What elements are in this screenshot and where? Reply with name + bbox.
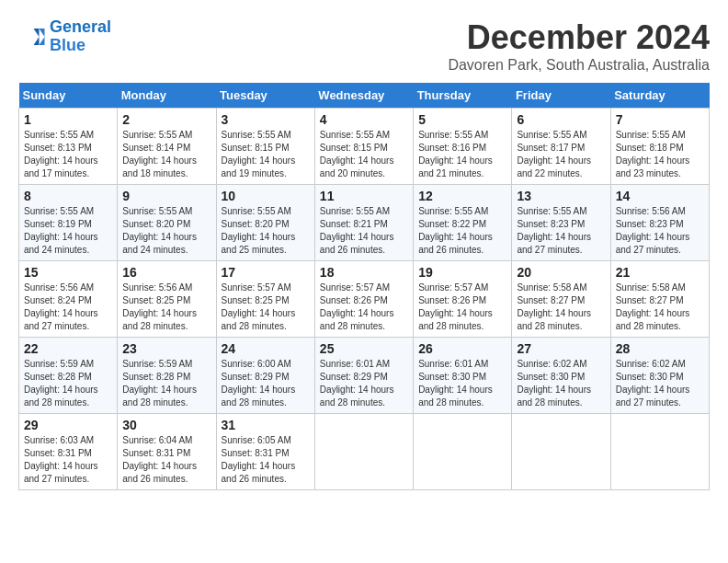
table-row: 16Sunrise: 5:56 AMSunset: 8:25 PMDayligh… — [118, 261, 216, 338]
table-row: 5Sunrise: 5:55 AMSunset: 8:16 PMDaylight… — [414, 109, 512, 185]
col-sunday: Sunday — [19, 83, 118, 109]
logo-line1: General — [50, 17, 111, 36]
table-row: 27Sunrise: 6:02 AMSunset: 8:30 PMDayligh… — [512, 338, 610, 414]
table-row: 1Sunrise: 5:55 AMSunset: 8:13 PMDaylight… — [19, 109, 118, 185]
col-wednesday: Wednesday — [314, 83, 413, 109]
table-row: 8Sunrise: 5:55 AMSunset: 8:19 PMDaylight… — [19, 185, 118, 261]
page-header: General Blue December 2024 Davoren Park,… — [18, 18, 710, 74]
table-row — [512, 414, 610, 490]
table-row: 17Sunrise: 5:57 AMSunset: 8:25 PMDayligh… — [216, 261, 314, 338]
col-thursday: Thursday — [414, 83, 512, 109]
svg-marker-1 — [34, 29, 40, 45]
table-row: 6Sunrise: 5:55 AMSunset: 8:17 PMDaylight… — [512, 109, 610, 185]
table-row: 9Sunrise: 5:55 AMSunset: 8:20 PMDaylight… — [118, 185, 216, 261]
table-row: 12Sunrise: 5:55 AMSunset: 8:22 PMDayligh… — [414, 185, 512, 261]
table-row — [314, 414, 413, 490]
table-row — [414, 414, 512, 490]
table-row: 20Sunrise: 5:58 AMSunset: 8:27 PMDayligh… — [512, 261, 610, 338]
table-row: 26Sunrise: 6:01 AMSunset: 8:30 PMDayligh… — [414, 338, 512, 414]
col-saturday: Saturday — [610, 83, 709, 109]
location-subtitle: Davoren Park, South Australia, Australia — [448, 57, 710, 74]
col-monday: Monday — [118, 83, 216, 109]
table-row: 13Sunrise: 5:55 AMSunset: 8:23 PMDayligh… — [512, 185, 610, 261]
table-row: 28Sunrise: 6:02 AMSunset: 8:30 PMDayligh… — [610, 338, 709, 414]
table-row: 25Sunrise: 6:01 AMSunset: 8:29 PMDayligh… — [314, 338, 413, 414]
table-row: 15Sunrise: 5:56 AMSunset: 8:24 PMDayligh… — [19, 261, 118, 338]
logo-icon — [18, 23, 46, 51]
table-row: 30Sunrise: 6:04 AMSunset: 8:31 PMDayligh… — [118, 414, 216, 490]
table-row: 18Sunrise: 5:57 AMSunset: 8:26 PMDayligh… — [314, 261, 413, 338]
header-row: Sunday Monday Tuesday Wednesday Thursday… — [19, 83, 710, 109]
table-row: 24Sunrise: 6:00 AMSunset: 8:29 PMDayligh… — [216, 338, 314, 414]
table-row: 22Sunrise: 5:59 AMSunset: 8:28 PMDayligh… — [19, 338, 118, 414]
logo-line2: Blue — [50, 36, 85, 54]
table-row: 19Sunrise: 5:57 AMSunset: 8:26 PMDayligh… — [414, 261, 512, 338]
table-row: 21Sunrise: 5:58 AMSunset: 8:27 PMDayligh… — [610, 261, 709, 338]
logo: General Blue — [18, 18, 111, 55]
month-title: December 2024 — [448, 18, 710, 57]
table-row: 14Sunrise: 5:56 AMSunset: 8:23 PMDayligh… — [610, 185, 709, 261]
calendar-table: Sunday Monday Tuesday Wednesday Thursday… — [18, 83, 710, 490]
table-row: 10Sunrise: 5:55 AMSunset: 8:20 PMDayligh… — [216, 185, 314, 261]
col-friday: Friday — [512, 83, 610, 109]
table-row: 29Sunrise: 6:03 AMSunset: 8:31 PMDayligh… — [19, 414, 118, 490]
table-row: 7Sunrise: 5:55 AMSunset: 8:18 PMDaylight… — [610, 109, 709, 185]
svg-marker-0 — [40, 29, 45, 45]
table-row: 31Sunrise: 6:05 AMSunset: 8:31 PMDayligh… — [216, 414, 314, 490]
table-row: 11Sunrise: 5:55 AMSunset: 8:21 PMDayligh… — [314, 185, 413, 261]
col-tuesday: Tuesday — [216, 83, 314, 109]
title-block: December 2024 Davoren Park, South Austra… — [448, 18, 710, 74]
table-row: 2Sunrise: 5:55 AMSunset: 8:14 PMDaylight… — [118, 109, 216, 185]
table-row: 3Sunrise: 5:55 AMSunset: 8:15 PMDaylight… — [216, 109, 314, 185]
table-row: 4Sunrise: 5:55 AMSunset: 8:15 PMDaylight… — [314, 109, 413, 185]
table-row — [610, 414, 709, 490]
table-row: 23Sunrise: 5:59 AMSunset: 8:28 PMDayligh… — [118, 338, 216, 414]
